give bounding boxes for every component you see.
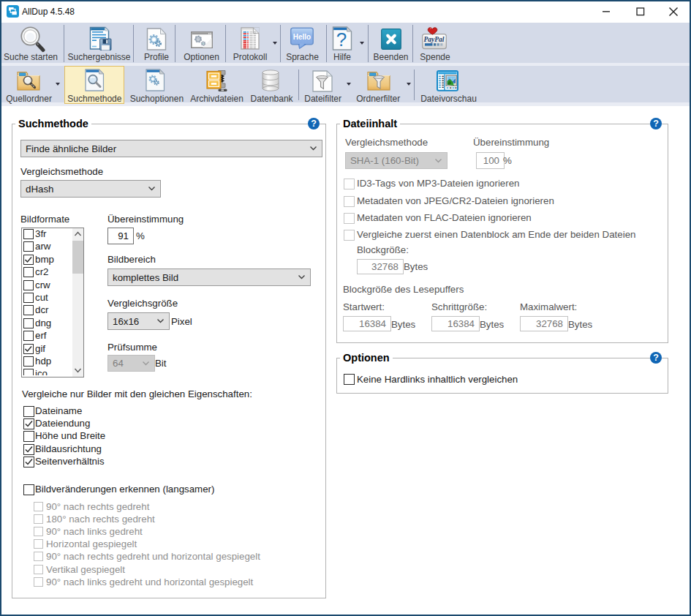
svg-text:PayPal: PayPal (424, 36, 445, 43)
svg-text:Hello: Hello (293, 32, 311, 40)
svg-text:?: ? (336, 29, 347, 50)
